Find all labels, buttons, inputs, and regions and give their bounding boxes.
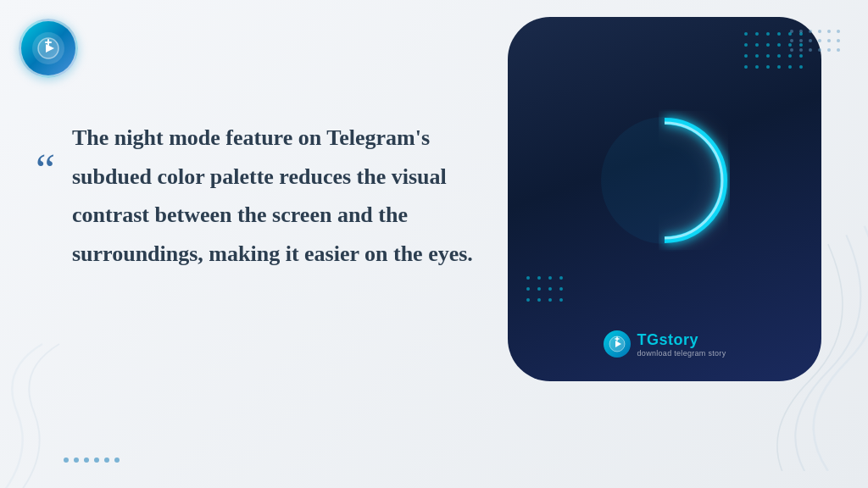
dot bbox=[526, 298, 530, 302]
decorative-dots-top-right bbox=[790, 30, 843, 54]
dot bbox=[799, 65, 803, 69]
dot bbox=[526, 276, 530, 280]
dot bbox=[74, 458, 79, 463]
dot bbox=[837, 30, 840, 33]
dot bbox=[766, 43, 770, 47]
quote-mark: “ bbox=[36, 148, 55, 192]
logo-icon bbox=[36, 36, 60, 60]
panel-dots-bottom-left bbox=[526, 276, 566, 305]
dot bbox=[537, 276, 541, 280]
dot bbox=[827, 48, 831, 52]
brand-logo-icon bbox=[609, 336, 626, 352]
dot bbox=[537, 298, 541, 302]
dot bbox=[790, 39, 793, 42]
moon-icon-container bbox=[580, 96, 749, 269]
dot bbox=[766, 32, 770, 36]
swirl-decoration-left bbox=[0, 327, 144, 488]
dot bbox=[809, 48, 812, 52]
dot bbox=[744, 65, 748, 69]
dot bbox=[559, 276, 563, 280]
dot bbox=[788, 54, 792, 58]
dot bbox=[744, 43, 748, 47]
dot bbox=[837, 39, 840, 42]
brand-section: TGstory download telegram story bbox=[508, 330, 821, 358]
dot bbox=[827, 30, 831, 33]
dot bbox=[837, 48, 840, 52]
brand-subtitle: download telegram story bbox=[637, 349, 726, 358]
dot bbox=[114, 458, 120, 463]
dot bbox=[777, 54, 781, 58]
dot bbox=[777, 65, 781, 69]
dot bbox=[755, 43, 759, 47]
night-mode-panel: TGstory download telegram story bbox=[508, 17, 821, 381]
brand-name-story: story bbox=[659, 331, 699, 348]
logo-inner bbox=[32, 32, 64, 64]
dot bbox=[799, 39, 803, 42]
dot bbox=[548, 298, 552, 302]
dot bbox=[809, 39, 812, 42]
dot bbox=[755, 65, 759, 69]
brand-name-tg: TG bbox=[637, 331, 659, 348]
dot bbox=[559, 298, 563, 302]
dot bbox=[559, 287, 563, 291]
dot bbox=[64, 458, 69, 463]
brand-text-container: TGstory download telegram story bbox=[637, 331, 726, 358]
dot bbox=[755, 54, 759, 58]
dot bbox=[790, 48, 793, 52]
dot bbox=[818, 39, 821, 42]
dot bbox=[818, 48, 821, 52]
dot bbox=[84, 458, 89, 463]
dot bbox=[104, 458, 109, 463]
dot bbox=[755, 32, 759, 36]
dot bbox=[777, 43, 781, 47]
dot bbox=[537, 287, 541, 291]
dot bbox=[744, 54, 748, 58]
dot bbox=[818, 30, 821, 33]
dot bbox=[799, 30, 803, 33]
dot bbox=[744, 32, 748, 36]
dot bbox=[799, 54, 803, 58]
dot bbox=[777, 32, 781, 36]
decorative-dots-bottom bbox=[64, 458, 120, 463]
dot bbox=[766, 65, 770, 69]
moon-icon bbox=[580, 96, 749, 265]
dot bbox=[788, 65, 792, 69]
dot bbox=[526, 287, 530, 291]
dot bbox=[799, 48, 803, 52]
quote-text: The night mode feature on Telegram's sub… bbox=[72, 119, 504, 273]
dot bbox=[827, 39, 831, 42]
dot bbox=[790, 30, 793, 33]
svg-point-4 bbox=[601, 117, 728, 244]
app-logo[interactable] bbox=[19, 19, 78, 78]
dot bbox=[94, 458, 99, 463]
dot bbox=[766, 54, 770, 58]
brand-logo bbox=[604, 330, 631, 358]
brand-name: TGstory bbox=[637, 331, 726, 349]
dot bbox=[548, 287, 552, 291]
dot bbox=[548, 276, 552, 280]
dot bbox=[809, 30, 812, 33]
